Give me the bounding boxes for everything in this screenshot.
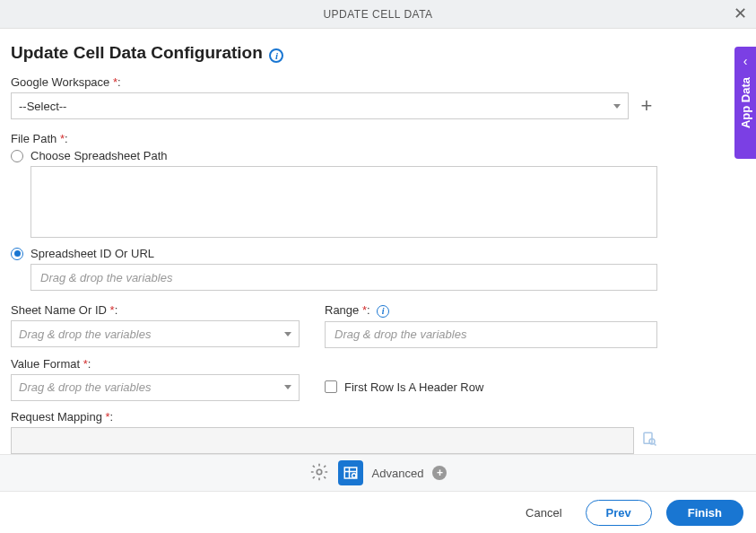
- first-row-header-label: First Row Is A Header Row: [344, 380, 483, 394]
- svg-line-2: [654, 443, 656, 445]
- svg-rect-0: [644, 433, 652, 443]
- spreadsheet-id-url-input[interactable]: [30, 264, 657, 291]
- google-workspace-value: --Select--: [19, 100, 66, 113]
- info-icon[interactable]: i: [269, 48, 283, 63]
- radio-id-url[interactable]: [11, 248, 23, 260]
- chevron-left-icon: ‹: [743, 54, 748, 68]
- google-workspace-label: Google Workspace *:: [11, 75, 657, 89]
- google-workspace-select[interactable]: --Select--: [11, 92, 629, 119]
- dialog-footer: Cancel Prev Finish: [0, 492, 756, 533]
- advanced-add-button[interactable]: +: [432, 466, 447, 480]
- range-label: Range *: i: [325, 303, 657, 318]
- app-data-label: App Data: [739, 77, 752, 128]
- prev-button[interactable]: Prev: [586, 500, 652, 526]
- form-content: Update Cell Data Configuration i Google …: [0, 29, 756, 468]
- spreadsheet-path-box[interactable]: [30, 166, 657, 238]
- file-path-label: File Path *:: [11, 132, 657, 145]
- request-mapping-label: Request Mapping *:: [11, 410, 657, 424]
- sheet-name-label: Sheet Name Or ID *:: [11, 303, 300, 317]
- chevron-down-icon: [284, 332, 291, 336]
- chevron-down-icon: [284, 385, 291, 389]
- cancel-button[interactable]: Cancel: [517, 501, 570, 525]
- value-format-select[interactable]: Drag & drop the variables: [11, 374, 300, 401]
- close-icon[interactable]: ✕: [734, 5, 747, 22]
- radio-choose-path[interactable]: [11, 150, 23, 162]
- sheet-name-placeholder: Drag & drop the variables: [19, 328, 151, 341]
- radio-choose-path-label: Choose Spreadsheet Path: [30, 149, 168, 162]
- dialog-header: UPDATE CELL DATA ✕: [0, 0, 756, 29]
- dialog-title: UPDATE CELL DATA: [323, 8, 432, 21]
- radio-id-url-label: Spreadsheet ID Or URL: [30, 247, 154, 260]
- info-icon[interactable]: i: [377, 305, 389, 318]
- svg-point-3: [317, 469, 322, 475]
- search-document-icon[interactable]: [641, 431, 657, 450]
- request-mapping-input[interactable]: [11, 427, 634, 454]
- value-format-placeholder: Drag & drop the variables: [19, 380, 151, 394]
- gear-icon[interactable]: [309, 462, 329, 485]
- first-row-header-checkbox[interactable]: [325, 380, 337, 393]
- range-input[interactable]: [325, 321, 657, 348]
- add-workspace-button[interactable]: +: [636, 96, 657, 116]
- bottom-toolbar: Advanced +: [0, 454, 756, 492]
- page-title: Update Cell Data Configuration: [11, 43, 263, 63]
- chevron-down-icon: [613, 104, 621, 109]
- table-config-icon[interactable]: [338, 460, 363, 485]
- finish-button[interactable]: Finish: [666, 500, 743, 526]
- advanced-label: Advanced: [372, 467, 424, 480]
- svg-point-7: [352, 474, 356, 478]
- app-data-panel-tab[interactable]: ‹ App Data: [734, 47, 756, 159]
- value-format-label: Value Format *:: [11, 357, 300, 371]
- sheet-name-select[interactable]: Drag & drop the variables: [11, 320, 300, 347]
